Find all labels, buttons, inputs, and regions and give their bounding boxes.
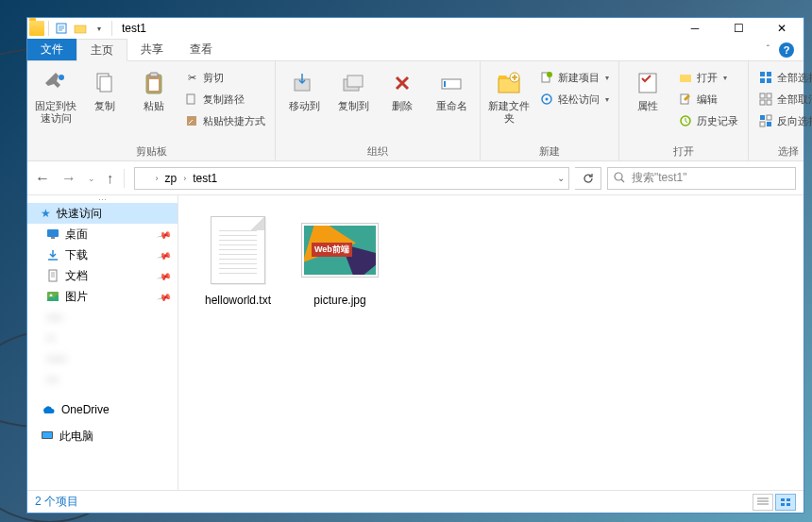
address-dropdown-icon[interactable]: ⌄ <box>557 173 565 183</box>
svg-rect-27 <box>760 78 765 83</box>
file-list[interactable]: helloworld.txt Web前端 picture.jpg <box>178 195 804 490</box>
document-icon <box>46 269 59 282</box>
history-icon <box>678 113 693 128</box>
newitem-icon <box>539 70 554 85</box>
window-folder-icon <box>29 21 44 36</box>
pin-to-quick-access-button[interactable]: 固定到快速访问 <box>33 64 78 125</box>
invert-selection-button[interactable]: 反向选择 <box>754 110 812 131</box>
qat-properties-icon[interactable] <box>53 20 70 37</box>
sidebar-this-pc[interactable]: 此电脑 <box>27 426 178 446</box>
sidebar-item-blurred[interactable]: ▪▪ <box>27 328 178 348</box>
close-button[interactable]: ✕ <box>760 18 804 39</box>
paste-button[interactable]: 粘贴 <box>131 64 177 112</box>
svg-rect-8 <box>187 94 195 104</box>
properties-button[interactable]: 属性 <box>625 64 670 112</box>
up-button[interactable]: ↑ <box>107 170 114 186</box>
svg-point-37 <box>615 173 622 180</box>
pin-icon <box>41 68 71 98</box>
sidebar-documents[interactable]: 文档 📌 <box>27 265 178 286</box>
select-all-button[interactable]: 全部选择 <box>754 67 812 88</box>
svg-rect-21 <box>639 74 656 93</box>
history-button[interactable]: 历史记录 <box>674 110 742 131</box>
sidebar-desktop[interactable]: 桌面 📌 <box>27 224 178 244</box>
sidebar-downloads[interactable]: 下载 📌 <box>27 244 178 265</box>
delete-icon <box>387 68 417 98</box>
copy-icon <box>90 68 120 98</box>
qat-newfolder-icon[interactable] <box>72 20 89 37</box>
tab-view[interactable]: 查看 <box>177 39 226 60</box>
search-input[interactable]: 搜索"test1" <box>607 167 796 190</box>
item-count: 2 个项目 <box>35 494 78 510</box>
sidebar-item-blurred[interactable]: ▪▪▪▪ <box>27 307 178 328</box>
star-icon: ★ <box>41 207 51 220</box>
group-open-label: 打开 <box>625 143 742 160</box>
breadcrumb-item[interactable]: zp <box>162 172 180 185</box>
tab-home[interactable]: 主页 <box>76 39 127 61</box>
paste-shortcut-button[interactable]: 粘贴快捷方式 <box>180 110 269 131</box>
qat-dropdown-icon[interactable]: ▾ <box>91 20 108 37</box>
svg-rect-45 <box>781 498 785 501</box>
new-item-button[interactable]: 新建项目▾ <box>535 67 613 88</box>
svg-rect-46 <box>787 498 790 501</box>
svg-rect-47 <box>781 503 785 506</box>
breadcrumb-folder-icon <box>139 173 152 184</box>
cut-button[interactable]: ✂剪切 <box>180 67 269 88</box>
large-icons-view-button[interactable] <box>775 494 796 511</box>
breadcrumb-item[interactable]: test1 <box>190 172 220 185</box>
help-icon[interactable]: ? <box>779 42 794 58</box>
file-item[interactable]: Web前端 picture.jpg <box>297 212 382 307</box>
selectnone-icon <box>758 92 773 107</box>
file-item[interactable]: helloworld.txt <box>195 212 280 307</box>
easyaccess-icon <box>539 92 554 107</box>
pin-icon: 📌 <box>157 227 172 242</box>
refresh-button[interactable] <box>575 167 601 190</box>
address-bar[interactable]: › zp › test1 ⌄ <box>134 167 570 190</box>
select-none-button[interactable]: 全部取消 <box>754 89 812 109</box>
svg-rect-4 <box>100 76 111 92</box>
edit-button[interactable]: 编辑 <box>674 89 742 109</box>
pictures-icon <box>46 290 59 303</box>
explorer-window: ▾ test1 ─ ☐ ✕ 文件 主页 共享 查看 ˆ ? 固定到快速访问 <box>26 17 804 514</box>
paste-icon <box>139 68 169 98</box>
sidebar-item-blurred[interactable]: ▪▪▪▪▪ <box>27 348 178 369</box>
copy-to-button[interactable]: 复制到 <box>330 64 376 112</box>
rename-button[interactable]: 重命名 <box>429 64 474 112</box>
svg-rect-28 <box>767 78 771 83</box>
svg-point-20 <box>546 98 549 101</box>
sidebar-quick-access[interactable]: ★ 快速访问 <box>27 203 178 224</box>
tab-share[interactable]: 共享 <box>127 39 177 60</box>
maximize-button[interactable]: ☐ <box>717 18 760 39</box>
sidebar-item-blurred[interactable]: ▪▪▪ <box>27 369 178 390</box>
details-view-button[interactable] <box>753 494 773 511</box>
sidebar-onedrive[interactable]: OneDrive <box>27 399 178 420</box>
ribbon-collapse-icon[interactable]: ˆ <box>767 44 770 55</box>
new-folder-button[interactable]: 新建文件夹 <box>486 64 532 125</box>
newfolder-icon <box>494 68 524 98</box>
copy-button[interactable]: 复制 <box>82 64 127 112</box>
navigation-pane: ⋯ ★ 快速访问 桌面 📌 下载 📌 文档 📌 <box>27 195 178 490</box>
rename-icon <box>436 68 466 98</box>
svg-rect-36 <box>767 122 771 126</box>
pane-grip-icon[interactable]: ⋯ <box>27 195 178 203</box>
pin-icon: 📌 <box>157 268 172 283</box>
recent-dropdown-icon[interactable]: ⌄ <box>88 174 95 183</box>
ribbon-tabs: 文件 主页 共享 查看 ˆ ? <box>27 39 804 61</box>
chevron-right-icon[interactable]: › <box>183 174 186 183</box>
image-thumbnail: Web前端 <box>302 224 378 277</box>
delete-button[interactable]: 删除 <box>380 64 425 112</box>
svg-rect-29 <box>760 93 765 98</box>
open-button[interactable]: 打开▾ <box>674 67 742 88</box>
tab-file[interactable]: 文件 <box>27 39 76 60</box>
minimize-button[interactable]: ─ <box>673 18 717 39</box>
invert-icon <box>758 113 773 128</box>
move-to-button[interactable]: 移动到 <box>281 64 327 112</box>
easy-access-button[interactable]: 轻松访问▾ <box>535 89 613 109</box>
back-button[interactable]: ← <box>35 170 50 187</box>
group-clipboard-label: 剪贴板 <box>33 143 269 160</box>
chevron-right-icon[interactable]: › <box>156 174 159 183</box>
sidebar-pictures[interactable]: 图片 📌 <box>27 286 178 307</box>
svg-rect-14 <box>444 81 446 87</box>
svg-rect-12 <box>347 76 363 87</box>
copy-path-button[interactable]: 复制路径 <box>180 89 269 109</box>
forward-button[interactable]: → <box>61 170 76 187</box>
